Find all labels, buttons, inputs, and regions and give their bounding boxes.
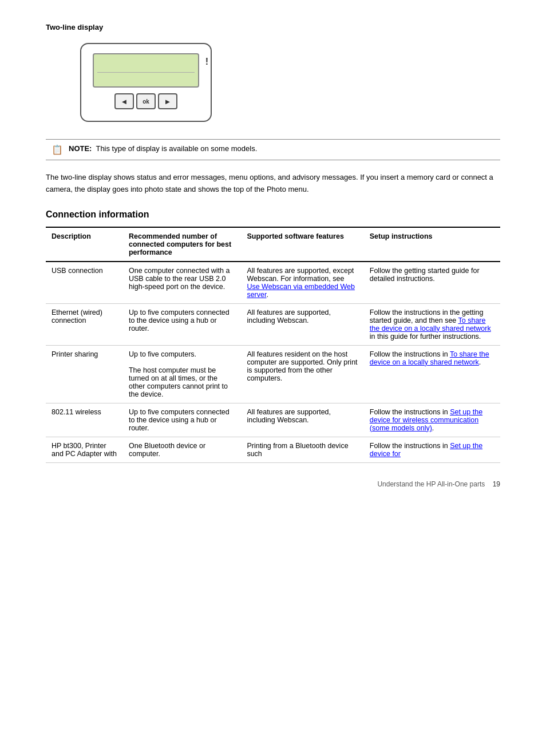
cell-desc-ethernet: Ethernet (wired) connection [46, 303, 123, 345]
note-content: NOTE: This type of display is available … [69, 144, 257, 153]
footer-page-number: 19 [493, 480, 500, 488]
lcd-divider-line [97, 72, 195, 73]
note-label: NOTE: [69, 144, 92, 153]
note-text: This type of display is available on som… [96, 144, 257, 153]
link-setup-bt300[interactable]: Set up the device for [370, 442, 482, 458]
table-row: USB connection One computer connected wi… [46, 262, 500, 304]
cell-desc-printer-sharing: Printer sharing [46, 345, 123, 403]
note-box: 📋 NOTE: This type of display is availabl… [46, 139, 500, 160]
left-arrow-button[interactable]: ◄ [114, 93, 134, 109]
cell-setup-wireless: Follow the instructions in Set up the de… [364, 403, 500, 437]
two-line-display-title: Two-line display [46, 23, 500, 31]
connection-table: Description Recommended number of connec… [46, 227, 500, 463]
cell-desc-bt300: HP bt300, Printer and PC Adapter with [46, 437, 123, 462]
cell-rec-ethernet: Up to five computers connected to the de… [123, 303, 241, 345]
cell-soft-usb: All features are supported, except Websc… [241, 262, 363, 304]
cell-setup-ethernet: Follow the instructions in the getting s… [364, 303, 500, 345]
button-row: ◄ ok ► [93, 93, 199, 109]
section-two-line-display: Two-line display ◄ ok ► 📋 NOTE: This typ… [46, 23, 500, 196]
link-to-share-device[interactable]: To share the device on a locally shared … [370, 350, 489, 366]
cell-rec-printer-sharing: Up to five computers. The host computer … [123, 345, 241, 403]
cell-desc-wireless: 802.11 wireless [46, 403, 123, 437]
header-recommended: Recommended number of connected computer… [123, 227, 241, 262]
cell-setup-printer-sharing: Follow the instructions in To share the … [364, 345, 500, 403]
connection-info-title: Connection information [46, 209, 500, 220]
cell-setup-bt300: Follow the instructions in Set up the de… [364, 437, 500, 462]
link-share-device-locally[interactable]: To share the device on a locally shared … [370, 316, 491, 333]
device-body: ◄ ok ► [80, 43, 212, 122]
cell-rec-bt300: One Bluetooth device or computer. [123, 437, 241, 462]
header-description: Description [46, 227, 123, 262]
section-connection-info: Connection information Description Recom… [46, 209, 500, 463]
two-line-description: The two-line display shows status and er… [46, 172, 500, 196]
device-display-illustration: ◄ ok ► [80, 43, 500, 122]
table-row: 802.11 wireless Up to five computers con… [46, 403, 500, 437]
note-icon: 📋 [52, 144, 64, 155]
cell-soft-ethernet: All features are supported, including We… [241, 303, 363, 345]
footer-chapter-text: Understand the HP All-in-One parts [377, 480, 485, 488]
link-setup-wireless[interactable]: Set up the device for wireless communica… [370, 408, 482, 432]
ok-button[interactable]: ok [136, 93, 156, 109]
header-software: Supported software features [241, 227, 363, 262]
table-row: Ethernet (wired) connection Up to five c… [46, 303, 500, 345]
cell-rec-usb: One computer connected with a USB cable … [123, 262, 241, 304]
cell-desc-usb: USB connection [46, 262, 123, 304]
table-header-row: Description Recommended number of connec… [46, 227, 500, 262]
cell-soft-wireless: All features are supported, including We… [241, 403, 363, 437]
table-row: HP bt300, Printer and PC Adapter with On… [46, 437, 500, 462]
cell-soft-bt300: Printing from a Bluetooth device such [241, 437, 363, 462]
link-webscan-embedded[interactable]: Use Webscan via embedded Web server [247, 283, 355, 299]
right-arrow-button[interactable]: ► [158, 93, 177, 109]
header-setup: Setup instructions [364, 227, 500, 262]
cell-setup-usb: Follow the getting started guide for det… [364, 262, 500, 304]
lcd-screen [93, 53, 199, 88]
page-footer: Understand the HP All-in-One parts 19 [46, 480, 500, 488]
table-row: Printer sharing Up to five computers. Th… [46, 345, 500, 403]
cell-rec-wireless: Up to five computers connected to the de… [123, 403, 241, 437]
cell-soft-printer-sharing: All features resident on the host comput… [241, 345, 363, 403]
